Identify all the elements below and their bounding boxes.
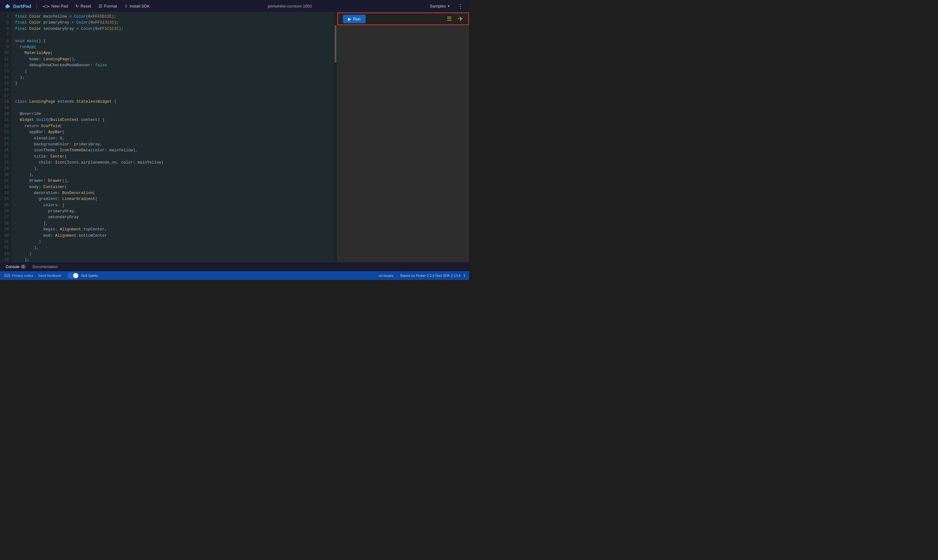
code-line: home: LandingPage(), (15, 57, 330, 63)
code-line: begin: Alignment.topCenter, (15, 227, 330, 232)
code-line: iconTheme: IconThemeData(color: mainYell… (15, 148, 330, 154)
code-line: ); (15, 257, 330, 262)
logo-text: DartPad (13, 3, 31, 9)
pad-name: periwinkle-osmium-1850 (154, 4, 426, 8)
code-container[interactable]: 4567891011121314151617181920212223242526… (0, 12, 337, 262)
code-line: child: Icon(Icons.airplanemode_on, color… (15, 160, 330, 166)
code-line: drawer: Drawer(), (15, 178, 330, 184)
code-line: ); (15, 75, 330, 81)
issues-label: no issues (378, 274, 393, 277)
code-line: backgroundColor: primaryGray, (15, 142, 330, 148)
code-line: appBar: AppBar( (15, 129, 330, 135)
preview-toolbar: ▶ Run ☰ ✈ (337, 12, 469, 25)
format-button[interactable]: ☰ Format (96, 3, 120, 10)
chevron-down-icon: ▼ (447, 5, 450, 8)
dart-logo-icon (4, 3, 11, 10)
status-bar: ⌨ Privacy notice | Send feedback Null Sa… (0, 271, 469, 280)
code-line: colors: [ (15, 203, 330, 208)
code-line: ) (15, 68, 330, 74)
airplane-icon: ✈ (458, 15, 463, 23)
new-pad-button[interactable]: ≺≻ New Pad (39, 3, 71, 10)
code-line (15, 32, 330, 38)
status-left: ⌨ Privacy notice | Send feedback Null Sa… (4, 272, 98, 279)
header-right: Samples ▼ ⋮ (427, 2, 465, 11)
install-sdk-icon: ⇩ (124, 4, 128, 8)
code-line: gradient: LinearGradient( (15, 196, 330, 202)
preview-toolbar-right: ☰ ✈ (447, 15, 463, 23)
code-line: ), (15, 245, 330, 251)
documentation-label: Documentation (33, 265, 58, 269)
code-line: MaterialApp( (15, 50, 330, 56)
new-pad-icon: ≺≻ (42, 4, 50, 9)
keyboard-icon[interactable]: ⌨ (4, 273, 10, 278)
install-sdk-label: Install SDK (130, 4, 150, 8)
code-line: Widget build(BuildContext context) { (15, 117, 330, 123)
run-label: Run (353, 17, 361, 22)
hamburger-icon: ☰ (447, 15, 452, 22)
tab-documentation[interactable]: Documentation (29, 263, 61, 270)
code-line: body: Container( (15, 184, 330, 190)
status-separator-3: | (396, 274, 397, 277)
code-line: debugShowCheckedModeBanner: false (15, 63, 330, 68)
main-area: 4567891011121314151617181920212223242526… (0, 12, 469, 262)
code-line: class LandingPage extends StatelessWidge… (15, 99, 330, 105)
null-safety-toggle-container: Null Safety (68, 272, 98, 279)
samples-label: Samples (430, 4, 446, 8)
info-icon[interactable]: ℹ (464, 273, 465, 278)
code-line: } (15, 81, 330, 87)
line-numbers: 4567891011121314151617181920212223242526… (0, 12, 11, 262)
code-line: void main() { (15, 38, 330, 44)
code-line: end: Alignment.bottomCenter (15, 233, 330, 239)
code-line: ), (15, 172, 330, 178)
code-line: @override (15, 111, 330, 117)
preview-area: ▶ Run ☰ ✈ (337, 12, 469, 262)
scrollbar[interactable] (334, 12, 337, 262)
status-right: no issues | Based on Flutter 2.2.3 Dart … (378, 273, 465, 278)
more-button[interactable]: ⋮ (456, 2, 465, 11)
scrollbar-thumb[interactable] (335, 25, 336, 63)
new-pad-label: New Pad (51, 4, 68, 8)
code-line: ) (15, 239, 330, 245)
format-icon: ☰ (99, 4, 102, 8)
send-feedback[interactable]: Send feedback (38, 274, 61, 277)
code-line: elevation: 0, (15, 135, 330, 142)
status-separator-1: | (35, 274, 36, 277)
based-on-label: Based on Flutter 2.2.3 Dart SDK 2.13.4 (401, 274, 461, 277)
console-label: Console (6, 265, 20, 269)
tab-console[interactable]: Console 1 (3, 263, 29, 270)
console-badge: 1 (21, 265, 26, 269)
install-sdk-button[interactable]: ⇩ Install SDK (121, 3, 153, 10)
reset-button[interactable]: ↻ Reset (72, 3, 94, 10)
code-line: title: Center( (15, 154, 330, 160)
toggle-thumb (73, 273, 78, 278)
code-line (15, 105, 330, 111)
code-line (15, 87, 330, 93)
code-line: decoration: BoxDecoration( (15, 190, 330, 196)
header: DartPad ≺≻ New Pad ↻ Reset ☰ Format ⇩ In… (0, 0, 469, 12)
format-label: Format (104, 4, 117, 8)
privacy-notice[interactable]: Privacy notice (12, 274, 33, 277)
code-line: final Color primaryGray = Color(0xFF3131… (15, 20, 330, 26)
code-line: ], (15, 221, 330, 227)
null-safety-toggle[interactable] (68, 272, 79, 279)
code-line: ), (15, 166, 330, 172)
header-divider-1 (36, 3, 37, 9)
code-line: secondaryGray (15, 214, 330, 220)
bottom-bar: Console 1 Documentation (0, 262, 469, 271)
code-line: primaryGray, (15, 208, 330, 214)
code-line: final Color mainYellow = Color(0xFFFDD12… (15, 14, 330, 20)
code-line: final Color secondaryGray = Color(0xFF1C… (15, 26, 330, 32)
reset-icon: ↻ (76, 4, 79, 8)
code-line: ) (15, 251, 330, 257)
editor-area: 4567891011121314151617181920212223242526… (0, 12, 337, 262)
code-content[interactable]: final Color mainYellow = Color(0xFFFDD12… (11, 12, 334, 262)
logo: DartPad (4, 3, 31, 10)
code-line: return Scaffold( (15, 123, 330, 129)
reset-label: Reset (80, 4, 91, 8)
preview-content (337, 25, 469, 262)
code-line (15, 93, 330, 99)
run-icon: ▶ (348, 17, 351, 22)
run-button[interactable]: ▶ Run (343, 15, 366, 23)
null-safety-label: Null Safety (81, 274, 98, 277)
samples-button[interactable]: Samples ▼ (427, 3, 453, 10)
